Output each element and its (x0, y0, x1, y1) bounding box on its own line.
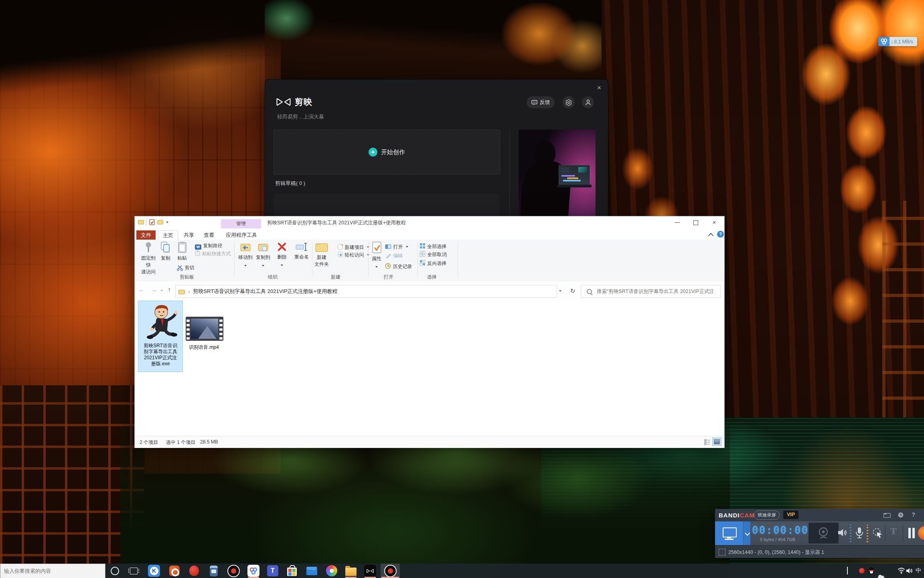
jianying-brand: 剪映 (276, 96, 312, 108)
task-view-button[interactable] (124, 564, 143, 578)
tray-recording-icon[interactable] (859, 568, 865, 574)
taskbar-file-explorer[interactable] (341, 564, 361, 578)
taskbar-app-recorder[interactable] (224, 564, 243, 578)
tab-view[interactable]: 查看 (200, 230, 218, 240)
refresh-icon[interactable]: ↻ (567, 285, 578, 297)
taskbar-jianying[interactable] (361, 564, 380, 578)
k-app-icon: K (148, 565, 160, 577)
file-list[interactable]: 剪映SRT语音识 别字幕导出工具 2021VIP正式注 册版.exe 识别语音.… (135, 301, 724, 436)
easy-access-button[interactable]: 轻松访问 (338, 251, 369, 259)
pin-to-quick-access-button[interactable]: 固定到快 速访问 (140, 241, 157, 275)
paste-button[interactable]: 粘贴 (175, 241, 189, 262)
qq-icon[interactable] (868, 567, 874, 574)
mouse-effect-icon[interactable] (872, 527, 883, 538)
select-none-button[interactable]: 全部取消 (419, 251, 446, 258)
record-button[interactable] (918, 526, 924, 540)
copy-button[interactable]: 复制 (158, 241, 173, 262)
taskbar-bandicam-active[interactable] (381, 564, 400, 578)
schedule-clock-icon[interactable] (898, 512, 904, 518)
recent-locations-icon[interactable] (160, 290, 163, 291)
scissors-icon (177, 265, 183, 271)
pause-button-bar[interactable] (912, 528, 915, 538)
delete-button[interactable]: 删除 (274, 242, 290, 268)
minimize-button[interactable]: — (668, 216, 687, 228)
close-button[interactable]: × (705, 216, 723, 228)
start-create-button[interactable]: + 开始创作 (274, 130, 500, 175)
new-folder-button[interactable]: 新建 文件夹 (313, 241, 330, 268)
speaker-icon[interactable] (837, 528, 847, 537)
account-button[interactable] (582, 96, 594, 108)
thumbnail-view-button[interactable] (712, 438, 721, 446)
qat-dropdown-icon[interactable] (166, 222, 168, 223)
taskbar-app-browser[interactable] (322, 564, 341, 578)
tab-share[interactable]: 共享 (180, 230, 198, 240)
feedback-button[interactable]: 反馈 (527, 96, 555, 108)
taskbar-app-k[interactable]: K (144, 564, 164, 578)
taskbar-app-teams[interactable]: T (263, 564, 282, 578)
move-to-button[interactable]: 移动到 (237, 242, 254, 268)
taskbar-app-jar[interactable] (204, 564, 223, 578)
pause-button[interactable] (908, 528, 911, 538)
rename-button[interactable]: 重命名 (291, 242, 312, 261)
details-view-button[interactable] (704, 439, 711, 445)
film-sprockets (219, 318, 223, 340)
tab-app-tools[interactable]: 应用程序工具 (221, 230, 262, 240)
address-bar[interactable]: › 剪映SRT语音识别字幕导出工具 2021VIP正式注册版+使用教程 (175, 285, 557, 298)
paste-shortcut-button[interactable]: 粘贴快捷方式 (195, 250, 231, 258)
history-button[interactable]: 历史记录 (385, 263, 412, 271)
properties-button[interactable]: 属性 (370, 241, 383, 269)
back-icon[interactable]: ← (138, 286, 145, 293)
forward-icon[interactable]: → (151, 286, 157, 293)
taskbar-app-office[interactable] (165, 564, 184, 578)
ime-indicator[interactable]: 中 (916, 567, 921, 574)
open-button[interactable]: 打开 (385, 244, 408, 251)
collapse-ribbon-icon[interactable] (708, 233, 713, 238)
search-input[interactable] (596, 288, 714, 295)
maximize-button[interactable] (687, 216, 705, 228)
close-icon[interactable]: × (594, 83, 604, 93)
tab-file[interactable]: 文件 (136, 230, 156, 240)
new-item-button[interactable]: 新建项目 (338, 244, 369, 251)
copy-path-button[interactable]: W 复制路径 (195, 242, 222, 250)
help-icon[interactable]: ? (912, 511, 915, 518)
record-app-icon (227, 565, 240, 577)
invert-selection-button[interactable]: 反向选择 (419, 260, 446, 267)
address-dropdown-icon[interactable] (559, 290, 561, 292)
taskbar-app-mail[interactable] (302, 564, 321, 578)
cut-button[interactable]: 剪切 (177, 265, 194, 273)
selected-file-exe[interactable]: 剪映SRT语音识 别字幕导出工具 2021VIP正式注 册版.exe (138, 301, 183, 372)
tray-expand-button[interactable] (847, 568, 848, 575)
up-icon[interactable]: ↑ (168, 286, 171, 293)
microphone-icon[interactable] (855, 527, 864, 539)
taskbar-search[interactable] (0, 564, 105, 578)
volume-icon[interactable] (906, 568, 913, 574)
download-speed-widget[interactable]: ↓ 8.1 MB/s (878, 37, 917, 46)
properties-quick-icon[interactable] (149, 219, 155, 225)
help-button[interactable]: ? (717, 231, 724, 238)
screen-recording-mode-button[interactable] (715, 521, 743, 545)
mode-dropdown-button[interactable] (743, 521, 750, 545)
select-all-button[interactable]: 全部选择 (419, 243, 446, 250)
copy-to-button[interactable]: 复制到 (254, 242, 272, 268)
output-folder-icon[interactable] (883, 512, 891, 518)
edit-button[interactable]: 编辑 (386, 252, 403, 260)
wifi-icon[interactable] (898, 567, 905, 574)
new-folder-quick-icon[interactable] (157, 219, 163, 224)
settings-button[interactable] (563, 96, 575, 108)
file-name-line: 别字幕导出工具 (138, 349, 182, 355)
app-title: 剪映 (295, 96, 312, 108)
tab-home[interactable]: 主页 (158, 230, 178, 240)
feedback-label: 反馈 (540, 99, 550, 106)
taskbar-app-store[interactable] (282, 564, 302, 578)
taskbar-app-netdisk[interactable] (244, 564, 263, 578)
cortana-button[interactable] (105, 564, 124, 578)
manage-contextual-tab[interactable]: 管理 (221, 219, 261, 228)
folder-icon[interactable] (138, 219, 144, 224)
webcam-button[interactable] (808, 523, 839, 543)
ribbon: 固定到快 速访问 复制 粘贴 剪切 W 复制路径 粘贴快捷方式 剪贴板 移动到 (135, 240, 724, 282)
taskbar-app-red[interactable] (184, 564, 204, 578)
taskbar-search-input[interactable] (0, 568, 97, 574)
explorer-titlebar[interactable]: | 管理 剪映SRT语音识别字幕导出工具 2021VIP正式注册版+使用教程 —… (135, 216, 724, 228)
search-box[interactable] (581, 285, 721, 298)
text-overlay-tool[interactable]: T (888, 526, 899, 537)
